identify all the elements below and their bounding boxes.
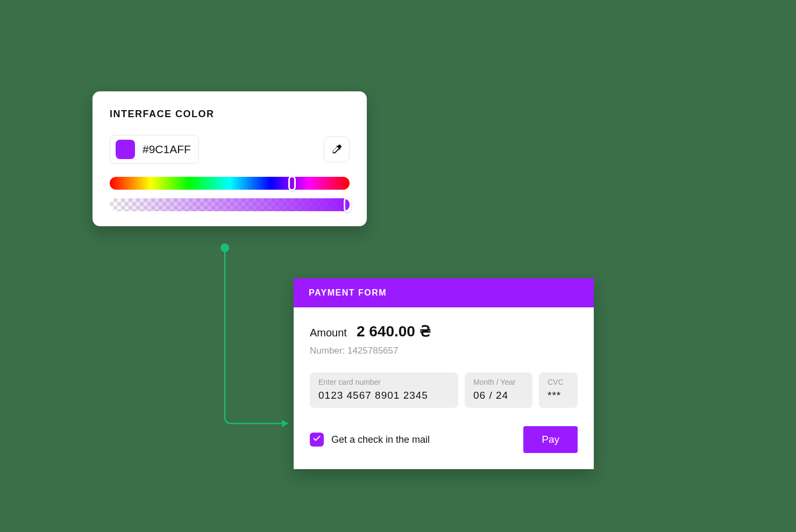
alpha-slider-thumb[interactable] [344, 197, 351, 212]
check-icon [312, 434, 321, 445]
hue-slider[interactable] [110, 177, 350, 190]
hex-input-group[interactable]: #9C1AFF [110, 135, 199, 164]
order-number-value: 1425785657 [347, 346, 399, 356]
mail-check-checkbox[interactable] [310, 433, 324, 447]
card-number-label: Enter card number [318, 378, 450, 386]
hex-value: #9C1AFF [143, 143, 191, 156]
expiry-label: Month / Year [473, 378, 524, 386]
order-number-row: Number: 1425785657 [310, 346, 578, 356]
payment-footer-row: Get a check in the mail Pay [310, 426, 578, 453]
card-inputs-row: Enter card number 0123 4567 8901 2345 Mo… [310, 372, 578, 408]
payment-form-header: PAYMENT FORM [294, 278, 594, 307]
alpha-slider[interactable] [110, 198, 350, 211]
cvc-label: CVC [548, 378, 569, 386]
pay-button[interactable]: Pay [523, 426, 578, 453]
amount-row: Amount 2 640.00 ₴ [310, 322, 578, 340]
card-title: INTERFACE COLOR [110, 109, 350, 120]
eyedropper-icon [331, 143, 343, 156]
cvc-value: *** [548, 390, 569, 401]
svg-point-0 [221, 243, 229, 252]
mail-check-option[interactable]: Get a check in the mail [310, 433, 523, 447]
card-number-field[interactable]: Enter card number 0123 4567 8901 2345 [310, 372, 458, 408]
color-value-row: #9C1AFF [110, 135, 350, 164]
payment-form-card: PAYMENT FORM Amount 2 640.00 ₴ Number: 1… [294, 278, 594, 469]
hue-slider-thumb[interactable] [288, 176, 296, 191]
expiry-value: 06 / 24 [473, 390, 524, 401]
cvc-field[interactable]: CVC *** [539, 372, 578, 408]
amount-value: 2 640.00 ₴ [357, 322, 431, 340]
order-number-label: Number: [310, 346, 345, 356]
card-number-value: 0123 4567 8901 2345 [318, 390, 450, 401]
color-swatch [116, 140, 135, 159]
eyedropper-button[interactable] [324, 136, 350, 162]
interface-color-card: INTERFACE COLOR #9C1AFF [93, 91, 367, 226]
mail-check-label: Get a check in the mail [331, 434, 430, 445]
amount-label: Amount [310, 327, 347, 339]
expiry-field[interactable]: Month / Year 06 / 24 [465, 372, 532, 408]
